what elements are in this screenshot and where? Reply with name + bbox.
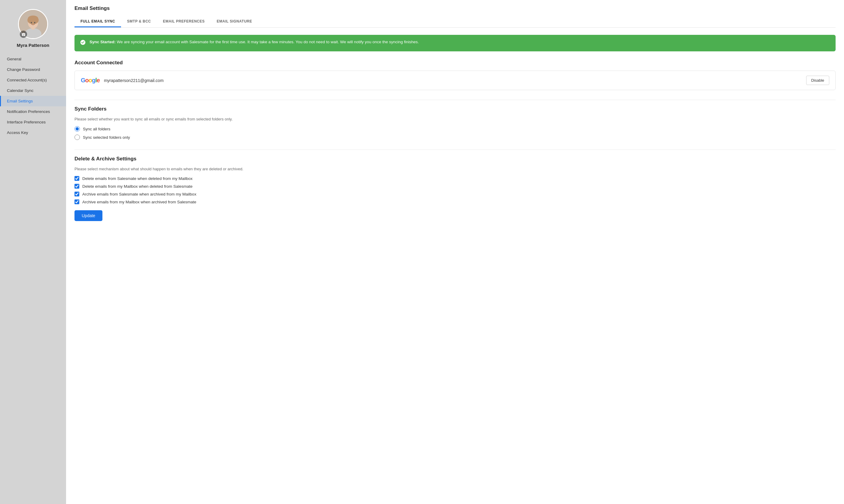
checkbox-del-mailbox-salesmate-label: Delete emails from my Mailbox when delet…: [82, 184, 193, 188]
svg-point-6: [31, 22, 32, 23]
sync-folders-section: Sync Folders Please select whether you w…: [74, 106, 836, 140]
avatar-wrapper: [18, 9, 48, 39]
divider-2: [74, 149, 836, 150]
nav-list: GeneralChange PasswordConnected Account(…: [0, 54, 66, 138]
tab-email-preferences[interactable]: Email Preferences: [157, 16, 211, 27]
account-connected-section: Account Connected Google myrapatterson22…: [74, 60, 836, 90]
checkbox-del-salesmate-mailbox-label: Delete emails from Salesmate when delete…: [82, 176, 193, 181]
sync-folders-options: Sync all folders Sync selected folders o…: [74, 126, 836, 140]
disable-button[interactable]: Disable: [806, 76, 829, 85]
tab-full-email-sync[interactable]: Full Email Sync: [74, 16, 121, 27]
divider-1: [74, 100, 836, 100]
sync-selected-label: Sync selected folders only: [83, 135, 130, 140]
sync-selected-radio[interactable]: [74, 134, 80, 140]
sync-banner: Sync Started: We are syncing your email …: [74, 35, 836, 51]
sync-banner-bold: Sync Started:: [90, 40, 115, 44]
sync-folders-description: Please select whether you want to sync a…: [74, 117, 836, 121]
update-button[interactable]: Update: [74, 210, 103, 221]
checkbox-arch-mailbox-salesmate-label: Archive emails from my Mailbox when arch…: [82, 200, 196, 204]
sidebar-item-access-key[interactable]: Access Key: [0, 127, 66, 138]
sidebar-item-change-password[interactable]: Change Password: [0, 64, 66, 75]
google-logo: Google: [81, 77, 100, 84]
sidebar-item-connected-accounts[interactable]: Connected Account(s): [0, 75, 66, 85]
delete-archive-description: Please select mechanism about what shoul…: [74, 167, 836, 171]
checkbox-del-salesmate-mailbox-input[interactable]: [74, 176, 79, 181]
sidebar: Myra Patterson GeneralChange PasswordCon…: [0, 0, 66, 504]
sync-banner-text: Sync Started: We are syncing your email …: [90, 39, 419, 45]
delete-archive-checkboxes: Delete emails from Salesmate when delete…: [74, 176, 836, 204]
sync-folders-title: Sync Folders: [74, 106, 836, 112]
connected-email: myrapatterson2211@gmail.com: [104, 78, 802, 83]
sync-all-radio[interactable]: [74, 126, 80, 131]
sidebar-item-email-settings[interactable]: Email Settings: [0, 96, 66, 106]
account-connected-title: Account Connected: [74, 60, 836, 66]
svg-point-7: [34, 22, 35, 23]
sidebar-item-notification-preferences[interactable]: Notification Preferences: [0, 106, 66, 117]
page-title: Email Settings: [74, 5, 836, 12]
sidebar-item-interface-preferences[interactable]: Interface Preferences: [0, 117, 66, 127]
checkbox-arch-mailbox-salesmate[interactable]: Archive emails from my Mailbox when arch…: [74, 199, 836, 204]
svg-point-5: [27, 16, 39, 24]
sidebar-item-calendar-sync[interactable]: Calendar Sync: [0, 85, 66, 96]
delete-archive-section: Delete & Archive Settings Please select …: [74, 156, 836, 221]
page-header: Email Settings Full Email SyncSMTP & BCC…: [66, 0, 844, 28]
sync-selected-folders-option[interactable]: Sync selected folders only: [74, 134, 836, 140]
tab-smtp-bcc[interactable]: SMTP & BCC: [121, 16, 157, 27]
checkbox-arch-mailbox-salesmate-input[interactable]: [74, 199, 79, 204]
main-content: Email Settings Full Email SyncSMTP & BCC…: [66, 0, 844, 504]
checkbox-del-mailbox-salesmate-input[interactable]: [74, 184, 79, 188]
content-card: Email Settings Full Email SyncSMTP & BCC…: [66, 0, 844, 504]
sidebar-item-general[interactable]: General: [0, 54, 66, 64]
checkbox-arch-salesmate-mailbox[interactable]: Archive emails from Salesmate when archi…: [74, 192, 836, 196]
camera-icon[interactable]: [20, 31, 27, 38]
delete-archive-title: Delete & Archive Settings: [74, 156, 836, 162]
user-name: Myra Patterson: [17, 43, 49, 48]
sync-banner-message: We are syncing your email account with S…: [115, 40, 419, 44]
checkbox-arch-salesmate-mailbox-label: Archive emails from Salesmate when archi…: [82, 192, 196, 196]
check-circle-icon: [80, 39, 86, 47]
tabs: Full Email SyncSMTP & BCCEmail Preferenc…: [74, 16, 836, 28]
checkbox-del-salesmate-mailbox[interactable]: Delete emails from Salesmate when delete…: [74, 176, 836, 181]
sync-all-folders-option[interactable]: Sync all folders: [74, 126, 836, 131]
checkbox-arch-salesmate-mailbox-input[interactable]: [74, 192, 79, 196]
content-body: Sync Started: We are syncing your email …: [66, 28, 844, 504]
account-connected-box: Google myrapatterson2211@gmail.com Disab…: [74, 71, 836, 90]
sync-all-label: Sync all folders: [83, 127, 110, 131]
tab-email-signature[interactable]: Email Signature: [211, 16, 258, 27]
checkbox-del-mailbox-salesmate[interactable]: Delete emails from my Mailbox when delet…: [74, 184, 836, 188]
